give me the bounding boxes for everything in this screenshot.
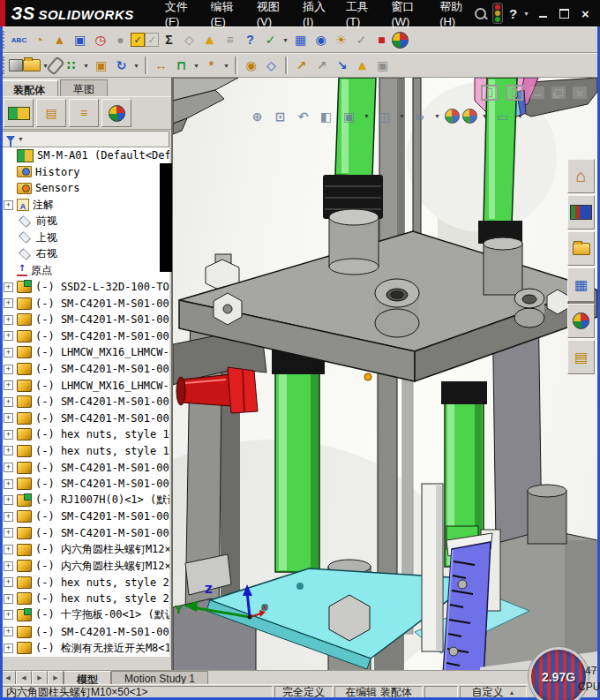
frame-left-icon[interactable] bbox=[481, 85, 499, 101]
tree-scrollbar[interactable] bbox=[160, 163, 172, 272]
tree-expander[interactable]: + bbox=[4, 512, 13, 522]
performance-icon[interactable]: ◷ bbox=[90, 31, 110, 49]
separator[interactable] bbox=[285, 56, 288, 74]
menu-item[interactable]: 窗口(W) bbox=[383, 0, 428, 32]
dropdown-arrow-icon[interactable]: ▼ bbox=[362, 107, 371, 125]
tree-item-label[interactable]: (-) hex nuts, style 1-gr bbox=[35, 428, 169, 440]
tree-item[interactable]: + (-) SM-C4201-M-S01-0006<1 bbox=[0, 312, 169, 328]
apply-scene-icon[interactable] bbox=[462, 109, 477, 124]
tree-item[interactable]: + 上视 bbox=[0, 230, 169, 246]
tree-item[interactable]: + (-) SM-C4201-M-S01-0011<1 bbox=[0, 525, 169, 542]
zoom-to-area-icon[interactable]: ⊡ bbox=[270, 107, 290, 125]
filter-dropdown-icon[interactable]: ▼ bbox=[18, 136, 24, 142]
mass-properties-icon[interactable]: ▲ bbox=[49, 31, 70, 49]
dropdown-arrow-icon[interactable]: ▼ bbox=[515, 107, 525, 125]
tree-item-label[interactable]: (-) SM-C4201-M-S01-0009<1 bbox=[35, 478, 169, 490]
rotate-component-icon[interactable]: ↻ bbox=[111, 56, 131, 75]
tree-item[interactable]: + (-) 内六角圆柱头螺钉M12× bbox=[0, 558, 169, 575]
new-part-icon[interactable] bbox=[9, 59, 23, 72]
tree-item[interactable]: + Sensors bbox=[0, 180, 169, 197]
part-top-left-bracket[interactable] bbox=[173, 78, 238, 134]
dropdown-arrow-icon[interactable]: ▼ bbox=[191, 56, 201, 75]
toolbar-grip[interactable] bbox=[3, 56, 7, 74]
tree-item[interactable]: + (-) SM-C4201-M-S01-0002<1 bbox=[0, 295, 169, 312]
document-minimize-button[interactable] bbox=[530, 87, 544, 99]
part-flange-cylinder[interactable] bbox=[329, 209, 379, 275]
rebuild-warning-icon[interactable]: ▲ bbox=[199, 31, 220, 49]
tree-item-label[interactable]: 右视 bbox=[36, 246, 57, 261]
tree-item-label[interactable]: (-) SM-C4201-M-S01-0010<1 bbox=[35, 510, 169, 523]
tree-expander[interactable]: + bbox=[4, 430, 13, 440]
move-with-triad-icon[interactable]: ↗ bbox=[291, 56, 311, 75]
custom-properties-icon[interactable]: ▤ bbox=[571, 348, 591, 366]
measure-icon[interactable]: ◔ bbox=[29, 31, 49, 49]
tree-item[interactable]: + History bbox=[0, 164, 169, 181]
viewport-3d-model[interactable]: Z Y x bbox=[173, 78, 597, 671]
tab-nav-arrow[interactable]: ▶ bbox=[48, 671, 64, 685]
edit-appearance-icon[interactable] bbox=[445, 109, 460, 124]
dropdown-arrow-icon[interactable]: ▼ bbox=[81, 56, 91, 75]
tab-model[interactable]: 模型 bbox=[64, 671, 111, 685]
part-green-cylinder-left[interactable] bbox=[275, 351, 319, 572]
tree-item[interactable]: + (-) SM-C4201-M-S01-0004<1 bbox=[0, 361, 169, 378]
tree-item[interactable]: + (-) 十字拖板-00<1> (默认< bbox=[0, 607, 169, 624]
tree-item-label[interactable]: (-) hex nuts, style 1-gr bbox=[35, 445, 169, 457]
tree-item-label[interactable]: (-) SM-C4201-M-S01-0004<2 bbox=[35, 395, 169, 408]
zoom-to-fit-icon[interactable]: ⊕ bbox=[247, 107, 267, 125]
tree-item-label[interactable]: (-) hex nuts, style 2-gr bbox=[35, 576, 169, 589]
vertex-marker-orange[interactable] bbox=[364, 373, 371, 380]
tree-item-label[interactable]: (-) SSD2-L-32D-100-TOH3-F bbox=[35, 281, 169, 293]
part-right-flange-cylinder[interactable] bbox=[484, 237, 522, 295]
part-rear-cylinder-right[interactable] bbox=[528, 485, 566, 544]
propertymanager-tab-icon[interactable]: ▤ bbox=[41, 104, 62, 123]
menu-item[interactable]: 插入(I) bbox=[295, 0, 334, 32]
graphics-viewport[interactable]: Z Y x ⊕⊡↶◧▣▼◫▼∞▼▼▭▼ × ⌂▦▤ bbox=[173, 78, 597, 671]
verification-icon[interactable]: ✓ bbox=[260, 31, 281, 49]
tree-item[interactable]: + 右视 bbox=[0, 246, 169, 263]
tree-item-label[interactable]: (-) LHMCW_MX16_LHMCW-MX16 bbox=[35, 346, 169, 358]
tree-expander[interactable]: + bbox=[4, 380, 13, 390]
tree-item-label[interactable]: (-) SM-C4201-M-S01-0016<1 bbox=[35, 626, 169, 638]
lights-icon[interactable]: ● bbox=[110, 31, 131, 49]
preview-window-icon[interactable]: ◉ bbox=[311, 31, 331, 49]
tree-item[interactable]: + (-) SM-C4201-M-S01-0004<2 bbox=[0, 394, 169, 410]
part-green-cylinder-top[interactable] bbox=[335, 78, 376, 177]
interference-detection-icon[interactable]: ▲ bbox=[352, 56, 372, 75]
tree-item-label[interactable]: (-) SM-C4201-M-S01-0006<1 bbox=[35, 313, 169, 326]
menu-item[interactable]: 工具(T) bbox=[338, 0, 380, 32]
toolbar-grip[interactable] bbox=[3, 31, 7, 49]
dropdown-arrow-icon[interactable]: ▼ bbox=[432, 107, 442, 125]
tree-item[interactable]: + (-) LHMCW_MX16_LHMCW-MX16 bbox=[0, 377, 169, 394]
tree-expander[interactable]: + bbox=[4, 463, 13, 472]
part-collar-right[interactable] bbox=[441, 381, 487, 404]
separator[interactable] bbox=[145, 56, 147, 74]
mate-icon[interactable]: ⊓ bbox=[171, 56, 191, 75]
tree-item-label[interactable]: (-) 检测有无接近开关M8<1 bbox=[35, 641, 169, 656]
tree-expander[interactable]: + bbox=[4, 397, 13, 407]
assembly-features-icon[interactable]: ◉ bbox=[241, 56, 261, 75]
tree-expander[interactable]: + bbox=[4, 331, 13, 341]
part-socket-boss-center[interactable] bbox=[375, 279, 419, 337]
tab-motion-study[interactable]: Motion Study 1 bbox=[111, 671, 208, 685]
design-library-icon[interactable] bbox=[570, 205, 592, 220]
tree-item[interactable]: + (-) SM-C4201-M-S01-0008<1 bbox=[0, 410, 169, 427]
tree-item[interactable]: + (-) SM-C4201-M-S01-0010<1 bbox=[0, 508, 169, 525]
tree-item[interactable]: + (-) 刻度尺<1> (默认<<Def bbox=[0, 656, 169, 657]
menu-item[interactable]: 视图(V) bbox=[249, 0, 291, 32]
selection-filter-on-icon[interactable]: ✓ bbox=[131, 33, 145, 47]
tree-item-label[interactable]: 上视 bbox=[36, 230, 57, 245]
smart-fasteners-icon[interactable]: * bbox=[201, 56, 221, 75]
configurationmanager-tab-icon[interactable]: ≡ bbox=[74, 104, 94, 123]
search-icon[interactable] bbox=[475, 8, 486, 19]
tree-item[interactable]: + (-) LHMCW_MX16_LHMCW-MX16 bbox=[0, 344, 169, 361]
tree-item-label[interactable]: (-) SM-C4201-M-S01-0011<1 bbox=[35, 527, 169, 539]
tree-item[interactable]: + 原点 bbox=[0, 262, 169, 279]
tree-item-label[interactable]: (-) 内六角圆柱头螺钉M12× bbox=[35, 542, 169, 557]
tree-expander[interactable]: + bbox=[4, 610, 13, 620]
view-palette-icon[interactable]: ▦ bbox=[571, 275, 591, 294]
move-disabled-icon[interactable]: ↗ bbox=[311, 56, 332, 75]
tree-item-label[interactable]: (-) hex nuts, style 2-gr bbox=[35, 592, 169, 605]
tree-expander[interactable]: + bbox=[4, 495, 13, 505]
tree-item[interactable]: + (-) SM-C4201-M-S01-0003<1 bbox=[0, 328, 169, 345]
view-orientation-icon[interactable]: ▣ bbox=[339, 107, 359, 125]
